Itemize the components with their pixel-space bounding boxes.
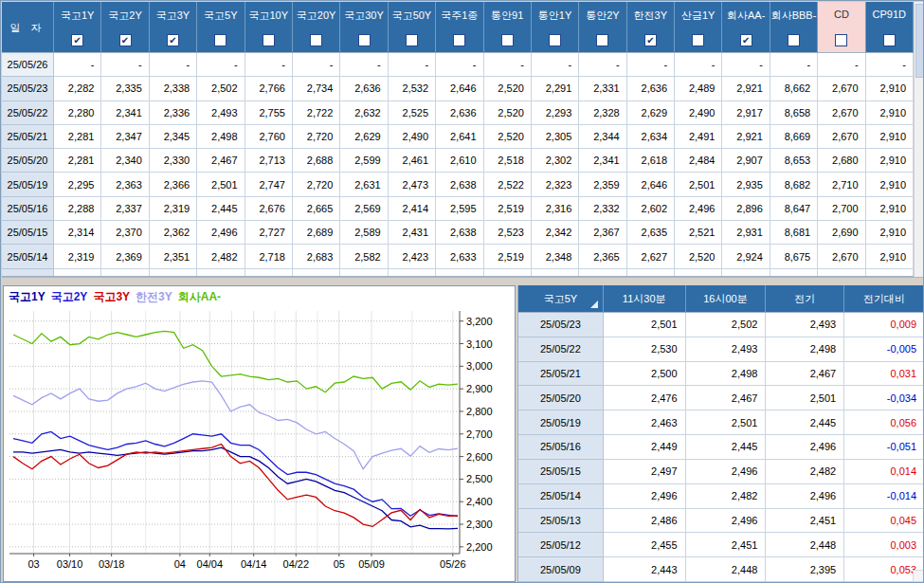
detail-row: 25/05/162,4492,4452,496-0,051 [518, 435, 924, 460]
scrollbar-thumb[interactable] [915, 4, 924, 78]
detail-date-cell[interactable]: 25/05/14 [518, 484, 604, 509]
column-header[interactable]: 국고2Y✔ [101, 2, 149, 53]
column-checkbox[interactable] [501, 34, 514, 46]
row-date-cell[interactable]: 25/05/22 [2, 101, 54, 125]
column-checkbox[interactable] [263, 34, 275, 46]
rate-cell: 2,688 [293, 149, 340, 173]
legend-item: 한전3Y [136, 290, 172, 303]
row-date-cell[interactable]: 25/05/20 [2, 149, 54, 173]
column-header[interactable]: 국고5Y [197, 2, 245, 53]
detail-date-cell[interactable]: 25/05/16 [518, 435, 604, 460]
sort-column-header[interactable]: 국고5Y [518, 285, 604, 313]
rate-cell: 2,631 [340, 173, 388, 196]
rate-cell: 2,323 [532, 173, 579, 196]
column-checkbox[interactable] [214, 34, 226, 46]
detail-column-header[interactable]: 전기 [766, 285, 844, 313]
column-checkbox[interactable] [788, 34, 800, 46]
row-date-cell[interactable]: 25/05/23 [2, 77, 54, 100]
row-date-cell[interactable]: 25/05/15 [2, 221, 54, 245]
detail-column-header[interactable]: 16시00분 [686, 285, 767, 313]
column-checkbox[interactable] [310, 34, 322, 46]
column-checkbox[interactable]: ✔ [167, 34, 179, 46]
column-header[interactable]: 회사AA-✔ [722, 2, 770, 53]
y-axis-label: 2,700 [466, 428, 493, 440]
rate-cell: 2,599 [340, 149, 388, 173]
column-checkbox[interactable]: ✔ [71, 34, 83, 46]
column-header-label: 회사AA- [727, 9, 765, 23]
row-date-cell[interactable]: 25/05/26 [2, 53, 54, 77]
detail-1600-cell: 2,451 [686, 533, 767, 557]
column-header[interactable]: 국고10Y [245, 2, 293, 53]
column-checkbox[interactable]: ✔ [644, 34, 657, 46]
row-date-cell[interactable]: 25/05/19 [2, 173, 54, 196]
column-header[interactable]: 통안2Y [579, 2, 626, 53]
detail-1600-cell: 2,498 [686, 362, 767, 387]
detail-column-header[interactable]: 11시30분 [604, 285, 686, 313]
rate-cell: 2,467 [197, 149, 245, 173]
detail-date-cell[interactable]: 25/05/20 [518, 386, 604, 410]
rate-cell: 2,280 [54, 101, 101, 125]
column-header[interactable]: 국고50Y [389, 2, 436, 53]
horizontal-scrollbar[interactable] [2, 277, 924, 285]
column-header[interactable]: 국고30Y [340, 2, 388, 53]
column-checkbox[interactable] [883, 34, 896, 46]
detail-date-cell[interactable]: 25/05/15 [518, 460, 604, 484]
rate-cell: - [293, 53, 340, 77]
row-date-cell[interactable]: 25/05/16 [2, 197, 54, 221]
column-header[interactable]: 통안1Y [532, 2, 579, 53]
rate-cell: 2,370 [101, 221, 149, 245]
rate-cell: 2,670 [818, 101, 865, 125]
column-header[interactable]: 국고20Y [293, 2, 340, 53]
column-checkbox[interactable]: ✔ [740, 34, 752, 46]
rate-cell: 2,700 [818, 197, 865, 221]
column-checkbox[interactable]: ✔ [119, 34, 132, 46]
detail-column-header[interactable]: 전기대비 [844, 285, 924, 313]
y-axis-label: 3,200 [466, 316, 493, 327]
row-date-cell[interactable]: 25/05/21 [2, 125, 54, 149]
column-header[interactable]: 국고1Y✔ [54, 2, 101, 53]
vertical-scrollbar[interactable] [914, 2, 924, 277]
column-checkbox[interactable] [358, 34, 371, 46]
column-header-label: 통안2Y [586, 9, 619, 23]
detail-date-cell[interactable]: 25/05/12 [518, 533, 604, 557]
column-checkbox[interactable] [835, 34, 847, 46]
y-axis-label: 2,400 [466, 496, 493, 507]
detail-date-cell[interactable]: 25/05/09 [518, 557, 604, 582]
rate-cell: 2,522 [484, 173, 532, 196]
column-header[interactable]: 한전3Y✔ [627, 2, 675, 53]
column-header[interactable]: 통안91 [484, 2, 532, 53]
legend-item: 국고3Y [93, 290, 130, 303]
rate-cell: 2,519 [484, 245, 532, 268]
rate-cell: 2,690 [818, 221, 865, 245]
rate-cell: 2,498 [197, 125, 245, 149]
row-date-cell[interactable]: 25/05/14 [2, 245, 54, 268]
column-header[interactable]: CD [818, 2, 865, 53]
detail-date-cell[interactable]: 25/05/22 [518, 337, 604, 362]
rate-cell: 2,629 [627, 101, 675, 125]
detail-date-cell[interactable]: 25/05/21 [518, 362, 604, 387]
rate-cell: 2,935 [722, 173, 770, 196]
column-checkbox[interactable] [453, 34, 465, 46]
column-header[interactable]: 산금1Y [675, 2, 722, 53]
column-checkbox[interactable] [692, 34, 704, 46]
column-checkbox[interactable] [596, 34, 608, 46]
column-header[interactable]: 회사BBB- [770, 2, 818, 53]
column-header[interactable]: 국주1종 [436, 2, 483, 53]
column-header[interactable]: 국고3Y✔ [150, 2, 197, 53]
legend-item: 회사AA- [178, 290, 221, 303]
change-cell: -0,014 [844, 484, 924, 509]
column-checkbox[interactable] [406, 34, 418, 46]
detail-date-cell[interactable]: 25/05/23 [518, 313, 604, 337]
rate-cell: 2,636 [340, 77, 388, 100]
detail-date-cell[interactable]: 25/05/13 [518, 509, 604, 534]
column-header[interactable]: CP91D [866, 2, 914, 53]
rate-cell: 2,316 [532, 197, 579, 221]
x-axis-label: 04/22 [283, 558, 310, 570]
rate-cell: 2,910 [866, 125, 914, 149]
row-date-cell[interactable] [2, 269, 54, 277]
rate-cell: 2,896 [722, 197, 770, 221]
rate-cell: - [770, 53, 818, 77]
column-checkbox[interactable] [549, 34, 561, 46]
detail-date-cell[interactable]: 25/05/19 [518, 410, 604, 435]
detail-1130-cell: 2,455 [604, 533, 686, 557]
